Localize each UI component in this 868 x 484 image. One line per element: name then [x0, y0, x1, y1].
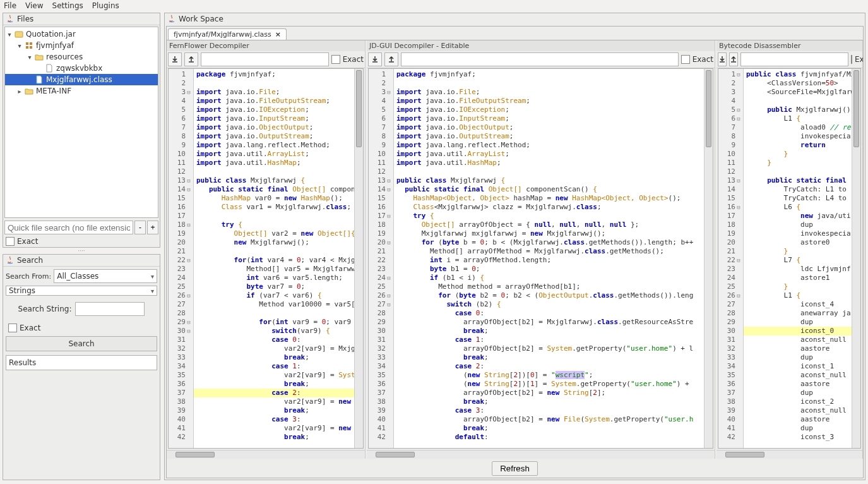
workspace: Work Space fjvmjnfyaf/Mxjglfarwwj.class …	[164, 13, 865, 480]
svg-rect-1	[26, 42, 28, 45]
tree-label: zqwskvbkbx	[56, 64, 102, 73]
exact-label: Exact	[20, 324, 40, 332]
tree-file[interactable]: zqwskvbkbx	[5, 63, 158, 74]
expand-icon[interactable]: ▾	[25, 54, 34, 61]
upload-button[interactable]	[384, 52, 398, 66]
menubar: File View Settings Plugins	[0, 0, 868, 13]
search-button[interactable]: Search	[6, 336, 157, 351]
jar-icon	[14, 30, 24, 39]
tab-label: fjvmjnfyaf/Mxjglfarwwj.class	[174, 30, 271, 39]
results-label: Results	[9, 358, 36, 367]
svg-rect-0	[15, 32, 23, 37]
download-button[interactable]	[718, 52, 727, 66]
plus-button[interactable]: +	[147, 221, 158, 234]
svg-rect-2	[30, 42, 32, 45]
splitter-grip[interactable]: ····	[3, 249, 160, 253]
upload-button[interactable]	[729, 52, 738, 66]
tree-label: META-INF	[36, 87, 71, 95]
menu-settings[interactable]: Settings	[52, 1, 83, 11]
files-title: Files	[17, 15, 33, 23]
gutter: 1⊟2345⊟6⊟78910111213⊟141516⊟171819202122…	[718, 69, 744, 448]
exact-label: Exact	[17, 237, 38, 246]
java-icon	[6, 256, 15, 265]
pane-label: FernFlower Decompiler	[167, 40, 365, 51]
menu-plugins[interactable]: Plugins	[92, 1, 119, 11]
code-editor[interactable]: package fjvmjnfyaf;import java.io.File;i…	[394, 69, 704, 448]
svg-rect-3	[26, 46, 28, 49]
pane-label: Bytecode Disassembler	[716, 40, 862, 51]
java-icon	[6, 15, 15, 23]
exact-checkbox[interactable]	[6, 237, 15, 246]
filter-input[interactable]	[740, 52, 848, 66]
search-panel: Search Search From: All_Classes Strings …	[3, 254, 160, 480]
results-area: Results	[6, 355, 157, 370]
pane-jdgui: JD-GUI Decompiler - Editable Exact 123⊟4…	[367, 40, 715, 459]
folder-icon	[24, 87, 34, 95]
java-icon	[167, 15, 176, 23]
vertical-scrollbar[interactable]	[704, 69, 713, 448]
search-string-label: Search String:	[18, 305, 72, 313]
class-icon	[34, 75, 44, 84]
menu-view[interactable]: View	[25, 1, 43, 11]
download-button[interactable]	[368, 52, 382, 66]
exact-checkbox[interactable]	[681, 55, 690, 64]
vertical-scrollbar[interactable]	[852, 69, 860, 448]
tree-folder[interactable]: ▸ META-INF	[5, 85, 158, 97]
pane-label: JD-GUI Decompiler - Editable	[367, 40, 715, 51]
gutter: 123⊟45678910111213⊟14⊟151617⊟181920⊟2122…	[369, 69, 394, 448]
tab-bar: fjvmjnfyaf/Mxjglfarwwj.class ×	[167, 27, 863, 40]
search-type-combo[interactable]: Strings	[6, 286, 157, 296]
download-button[interactable]	[168, 52, 182, 66]
horizontal-scrollbar[interactable]	[716, 450, 862, 459]
expand-icon[interactable]: ▸	[15, 88, 24, 95]
search-title: Search	[17, 256, 43, 265]
package-icon	[24, 41, 34, 50]
tree-file-selected[interactable]: Mxjglfarwwj.class	[5, 74, 158, 85]
close-icon[interactable]: ×	[275, 30, 281, 39]
folder-icon	[34, 52, 44, 61]
horizontal-scrollbar[interactable]	[367, 450, 715, 459]
files-panel: Files ▾ Quotation.jar ▾ fjvmjnfyaf ▾ res…	[3, 13, 160, 248]
search-from-combo[interactable]: All_Classes	[54, 269, 157, 283]
upload-button[interactable]	[184, 52, 198, 66]
workspace-title: Work Space	[179, 15, 223, 23]
tree-label: resources	[46, 52, 83, 61]
code-editor[interactable]: public class fjvmjnfyaf/Mx <ClassVersion…	[744, 69, 852, 448]
exact-label: Exact	[693, 55, 713, 64]
tab-class-file[interactable]: fjvmjnfyaf/Mxjglfarwwj.class ×	[168, 28, 287, 40]
minus-button[interactable]: -	[134, 221, 146, 234]
horizontal-scrollbar[interactable]	[167, 450, 365, 459]
exact-checkbox[interactable]	[851, 55, 852, 64]
expand-icon[interactable]: ▾	[5, 31, 14, 38]
search-from-label: Search From:	[6, 272, 51, 281]
pane-fernflower: FernFlower Decompiler Exact 123⊟45678910…	[167, 40, 366, 459]
tree-label: Mxjglfarwwj.class	[46, 75, 112, 84]
file-tree[interactable]: ▾ Quotation.jar ▾ fjvmjnfyaf ▾ resources…	[4, 27, 158, 218]
combo-value: Strings	[9, 286, 35, 295]
code-editor[interactable]: package fjvmjnfyaf;import java.io.File;i…	[194, 69, 354, 448]
gutter: 123⊟45678910111213⊟14⊟15161718⊟19202122⊟…	[169, 69, 194, 448]
combo-value: All_Classes	[57, 272, 98, 281]
filter-input[interactable]	[201, 52, 329, 66]
exact-label: Exact	[343, 55, 364, 64]
exact-label: Exact	[855, 55, 863, 64]
pane-bytecode: Bytecode Disassembler Exact 1⊟2345⊟6⊟789…	[716, 40, 863, 459]
expand-icon[interactable]: ▾	[15, 42, 24, 49]
tree-folder[interactable]: ▾ resources	[5, 51, 158, 63]
tree-root[interactable]: ▾ Quotation.jar	[5, 28, 158, 40]
exact-checkbox[interactable]	[331, 55, 340, 64]
tree-label: fjvmjnfyaf	[36, 41, 74, 50]
search-string-input[interactable]	[75, 302, 145, 316]
filter-input[interactable]	[401, 52, 679, 66]
menu-file[interactable]: File	[4, 1, 16, 11]
vertical-scrollbar[interactable]	[354, 69, 363, 448]
tree-label: Quotation.jar	[26, 30, 76, 39]
file-icon	[44, 64, 54, 73]
quick-file-search-input[interactable]	[4, 221, 133, 234]
exact-checkbox[interactable]	[8, 324, 17, 332]
svg-rect-4	[30, 46, 32, 49]
refresh-button[interactable]: Refresh	[492, 461, 538, 476]
tree-pkg[interactable]: ▾ fjvmjnfyaf	[5, 40, 158, 51]
